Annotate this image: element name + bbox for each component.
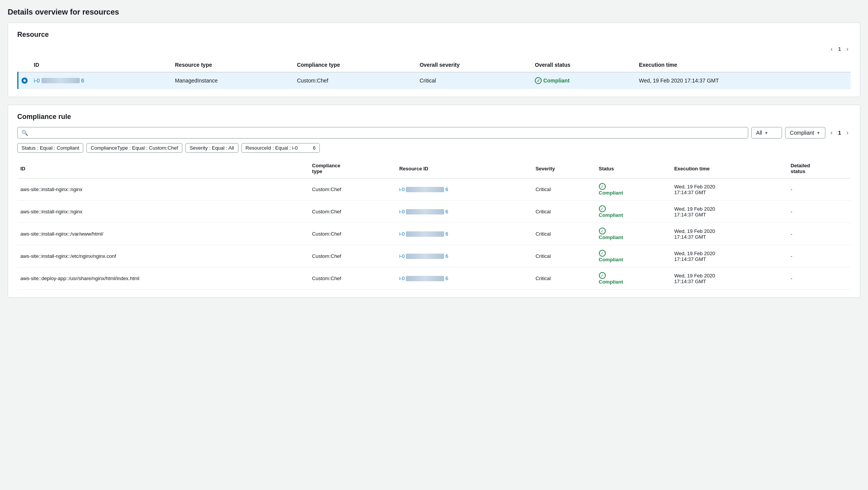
radio-selected-icon: [21, 78, 28, 84]
compliance-page-num: 1: [838, 130, 841, 136]
resource-id-redacted-3: [406, 254, 444, 259]
compliance-filter-tags: Status : Equal : Compliant ComplianceTyp…: [17, 143, 851, 153]
resource-pagination: ‹ 1 ›: [17, 45, 851, 53]
resource-table-header: ID Resource type Compliance type Overall…: [18, 58, 851, 72]
compliance-col-severity: Severity: [532, 159, 596, 178]
compliance-filter-compliant-dropdown[interactable]: Compliant ▼: [785, 127, 825, 139]
compliance-table-row[interactable]: aws-site::install-nginx::nginxCustom:Che…: [17, 201, 851, 223]
compliance-row-id-2: aws-site::install-nginx::/var/www/html/: [17, 223, 309, 245]
compliance-row-type-1: Custom:Chef: [309, 201, 396, 223]
resource-col-execution: Execution time: [636, 58, 851, 72]
status-label-3: Compliant: [599, 257, 623, 262]
compliance-table-header: ID Compliancetype Resource ID Severity S…: [17, 159, 851, 178]
resource-section: Resource ‹ 1 › ID Resource type Complian…: [8, 23, 860, 97]
compliance-row-id-0: aws-site::install-nginx::nginx: [17, 178, 309, 201]
compliance-row-id-3: aws-site::install-nginx::/etc/nginx/ngin…: [17, 245, 309, 267]
resource-id-suffix[interactable]: 6: [81, 78, 84, 84]
resource-id-link-1[interactable]: i-0: [399, 209, 405, 214]
compliance-col-execution: Execution time: [671, 159, 787, 178]
status-label-4: Compliant: [599, 279, 623, 285]
compliance-row-detailed-1: -: [787, 201, 851, 223]
resource-id-link[interactable]: i-0: [34, 78, 40, 84]
compliance-table-row[interactable]: aws-site::install-nginx::/etc/nginx/ngin…: [17, 245, 851, 267]
compliance-table-row[interactable]: aws-site::install-nginx::nginxCustom:Che…: [17, 178, 851, 201]
compliance-search-input[interactable]: [31, 130, 744, 136]
compliance-row-detailed-2: -: [787, 223, 851, 245]
compliance-table-row[interactable]: aws-site::deploy-app::/usr/share/nginx/h…: [17, 267, 851, 290]
compliance-row-detailed-3: -: [787, 245, 851, 267]
resource-page-num: 1: [838, 46, 841, 52]
compliance-row-severity-1: Critical: [532, 201, 596, 223]
compliance-row-status-2: ✓Compliant: [596, 223, 671, 245]
filter-tag-compliance-type: ComplianceType : Equal : Custom:Chef: [86, 143, 182, 153]
resource-row-status: ✓ Compliant: [532, 72, 636, 89]
compliance-row-resource-id-0: i-06: [396, 178, 532, 201]
compliance-search-box[interactable]: 🔍: [17, 127, 748, 139]
resource-row-radio[interactable]: [18, 72, 31, 89]
resource-id-link-0[interactable]: i-0: [399, 186, 405, 192]
check-icon-2: ✓: [599, 228, 606, 234]
compliance-row-type-4: Custom:Chef: [309, 267, 396, 290]
compliance-prev-btn[interactable]: ‹: [828, 129, 835, 137]
resource-id-sfx-4[interactable]: 6: [445, 276, 448, 281]
compliance-row-status-0: ✓Compliant: [596, 178, 671, 201]
filter-tag-resource-id: ResourceId : Equal : i-0 6: [241, 143, 320, 153]
resource-id-link-4[interactable]: i-0: [399, 276, 405, 281]
compliance-row-severity-3: Critical: [532, 245, 596, 267]
resource-id-redacted-2: [406, 231, 444, 237]
status-label-1: Compliant: [599, 212, 623, 218]
check-icon-4: ✓: [599, 272, 606, 279]
compliance-filter-all-dropdown[interactable]: All ▼: [751, 127, 782, 139]
status-compliant: ✓ Compliant: [535, 77, 633, 84]
page-title: Details overview for resources: [8, 8, 860, 16]
resource-table-row[interactable]: i-0 6 ManagedInstance Custom:Chef Critic…: [18, 72, 851, 89]
resource-row-compliance: Custom:Chef: [294, 72, 417, 89]
filter-compliant-arrow-icon: ▼: [817, 131, 820, 135]
resource-id-sfx-1[interactable]: 6: [445, 209, 448, 214]
compliance-row-execution-4: Wed, 19 Feb 202017:14:37 GMT: [671, 267, 787, 290]
status-compliant-label: Compliant: [543, 78, 569, 84]
resource-id-sfx-2[interactable]: 6: [445, 231, 448, 237]
check-icon-0: ✓: [599, 183, 606, 190]
compliance-row-resource-id-4: i-06: [396, 267, 532, 290]
resource-prev-btn[interactable]: ‹: [828, 45, 835, 53]
compliance-col-id: ID: [17, 159, 309, 178]
compliance-filter-bar: 🔍 All ▼ Compliant ▼ ‹ 1 ›: [17, 127, 851, 139]
resource-id-link-2[interactable]: i-0: [399, 231, 405, 237]
compliance-row-detailed-0: -: [787, 178, 851, 201]
compliance-table: ID Compliancetype Resource ID Severity S…: [17, 159, 851, 290]
resource-section-title: Resource: [17, 31, 851, 39]
resource-row-execution: Wed, 19 Feb 2020 17:14:37 GMT: [636, 72, 851, 89]
resource-col-type: Resource type: [172, 58, 294, 72]
filter-compliant-value: Compliant: [790, 130, 814, 136]
resource-id-sfx-0[interactable]: 6: [445, 186, 448, 192]
compliance-section-title: Compliance rule: [17, 113, 851, 121]
resource-id-redacted-1: [406, 209, 444, 214]
resource-next-btn[interactable]: ›: [844, 45, 851, 53]
compliance-next-btn[interactable]: ›: [844, 129, 851, 137]
search-icon: 🔍: [21, 130, 28, 136]
compliance-row-execution-0: Wed, 19 Feb 202017:14:37 GMT: [671, 178, 787, 201]
resource-id-redacted-0: [406, 187, 444, 192]
compliance-row-execution-3: Wed, 19 Feb 202017:14:37 GMT: [671, 245, 787, 267]
compliance-row-resource-id-2: i-06: [396, 223, 532, 245]
resource-id-redacted: [41, 78, 80, 83]
compliance-col-status: Status: [596, 159, 671, 178]
resource-id-link-3[interactable]: i-0: [399, 253, 405, 259]
compliance-row-status-1: ✓Compliant: [596, 201, 671, 223]
resource-col-id: ID: [31, 58, 172, 72]
compliance-row-resource-id-3: i-06: [396, 245, 532, 267]
resource-col-select: [18, 58, 31, 72]
compliance-col-detailed: Detailedstatus: [787, 159, 851, 178]
resource-row-type: ManagedInstance: [172, 72, 294, 89]
compliance-row-type-2: Custom:Chef: [309, 223, 396, 245]
resource-table: ID Resource type Compliance type Overall…: [17, 58, 851, 89]
compliance-table-row[interactable]: aws-site::install-nginx::/var/www/html/C…: [17, 223, 851, 245]
status-label-0: Compliant: [599, 190, 623, 196]
compliance-col-compliance-type: Compliancetype: [309, 159, 396, 178]
compliance-row-resource-id-1: i-06: [396, 201, 532, 223]
compliance-row-type-3: Custom:Chef: [309, 245, 396, 267]
filter-tag-severity: Severity : Equal : All: [185, 143, 238, 153]
compliance-section: Compliance rule 🔍 All ▼ Compliant ▼ ‹ 1 …: [8, 105, 860, 298]
resource-id-sfx-3[interactable]: 6: [445, 253, 448, 259]
